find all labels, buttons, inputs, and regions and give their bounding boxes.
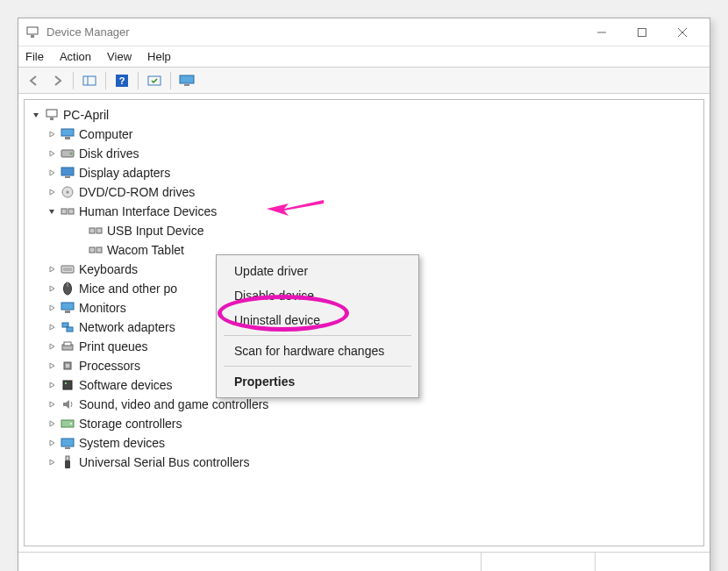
tree-category-label: Sound, video and game controllers <box>79 397 268 411</box>
tree-category-label: System devices <box>79 436 165 450</box>
tree-category[interactable]: Disk drives <box>25 144 703 163</box>
back-button[interactable] <box>24 70 45 91</box>
expander-icon[interactable] <box>46 186 58 198</box>
tree-category[interactable]: Human Interface Devices <box>25 202 703 221</box>
tree-category-label: Keyboards <box>79 262 138 276</box>
svg-rect-47 <box>65 447 70 449</box>
expander-icon[interactable] <box>46 379 58 391</box>
expander-icon[interactable] <box>46 128 58 140</box>
expander-icon[interactable] <box>46 360 58 372</box>
expander-icon[interactable] <box>46 321 58 333</box>
expander-icon[interactable] <box>46 437 58 449</box>
menu-help[interactable]: Help <box>147 50 171 63</box>
svg-text:?: ? <box>119 75 125 86</box>
sound-icon <box>60 397 75 411</box>
toolbar-separator <box>138 72 139 89</box>
svg-rect-12 <box>184 84 189 86</box>
tree-category[interactable]: Computer <box>25 125 703 144</box>
svg-rect-0 <box>27 27 38 34</box>
svg-rect-29 <box>61 266 74 273</box>
device-manager-window: Device Manager File Action View Help <box>18 18 710 571</box>
expander-icon[interactable] <box>46 418 58 430</box>
context-menu: Update driver Disable device Uninstall d… <box>216 254 419 398</box>
tree-category[interactable]: DVD/CD-ROM drives <box>25 182 703 202</box>
close-button[interactable] <box>662 19 703 46</box>
context-update-driver[interactable]: Update driver <box>217 259 418 283</box>
tree-category-label: Network adapters <box>79 320 175 334</box>
toolbar: ? <box>18 68 710 94</box>
titlebar: Device Manager <box>18 18 710 46</box>
expander-icon[interactable] <box>46 340 58 353</box>
svg-rect-23 <box>61 209 67 214</box>
expander-icon[interactable] <box>46 205 58 218</box>
tree-category-label: Display adapters <box>79 166 170 180</box>
device-tree[interactable]: PC-April ComputerDisk drivesDisplay adap… <box>24 99 704 546</box>
tree-category[interactable]: Universal Serial Bus controllers <box>25 453 703 472</box>
expander-icon[interactable] <box>46 302 58 314</box>
svg-rect-19 <box>61 168 74 175</box>
svg-rect-37 <box>67 327 73 332</box>
context-disable-device[interactable]: Disable device <box>217 283 418 308</box>
network-icon <box>60 320 75 334</box>
cpu-icon <box>60 359 75 373</box>
expander-icon[interactable] <box>46 147 58 160</box>
tree-category-label: Disk drives <box>79 146 139 161</box>
svg-rect-39 <box>64 342 71 346</box>
expander-placeholder <box>74 244 86 256</box>
scan-hardware-button[interactable] <box>144 70 165 91</box>
keyboard-icon <box>60 262 75 276</box>
svg-rect-48 <box>66 456 69 460</box>
tree-category-label: Monitors <box>79 301 126 315</box>
menu-view[interactable]: View <box>107 50 132 63</box>
menubar: File Action View Help <box>18 46 710 68</box>
svg-rect-28 <box>96 247 102 253</box>
svg-rect-46 <box>61 439 74 446</box>
forward-button[interactable] <box>46 70 68 91</box>
tree-root[interactable]: PC-April <box>25 105 703 125</box>
svg-rect-1 <box>31 35 34 38</box>
svg-rect-35 <box>65 310 70 313</box>
svg-rect-42 <box>63 381 72 389</box>
storage-icon <box>60 417 75 431</box>
show-hide-console-button[interactable] <box>79 70 100 91</box>
expander-icon[interactable] <box>46 398 58 410</box>
expander-icon[interactable] <box>46 167 58 179</box>
usb-icon <box>60 455 75 469</box>
minimize-button[interactable] <box>582 19 622 46</box>
hid-icon <box>88 243 103 257</box>
tree-category[interactable]: System devices <box>25 433 703 453</box>
svg-rect-6 <box>83 76 96 85</box>
expander-icon[interactable] <box>46 456 58 468</box>
expander-icon[interactable] <box>46 282 58 295</box>
hid-icon <box>88 224 103 238</box>
maximize-button[interactable] <box>622 19 662 46</box>
expander-placeholder <box>74 225 86 237</box>
expander-icon[interactable] <box>30 109 42 121</box>
printer-icon <box>60 339 75 353</box>
context-scan-hardware[interactable]: Scan for hardware changes <box>217 339 418 363</box>
context-uninstall-device[interactable]: Uninstall device <box>217 308 418 332</box>
window-title: Device Manager <box>46 25 582 39</box>
menu-action[interactable]: Action <box>60 50 91 63</box>
svg-rect-41 <box>66 364 69 368</box>
help-button[interactable]: ? <box>111 70 132 91</box>
mouse-icon <box>60 282 75 296</box>
svg-rect-24 <box>68 209 74 214</box>
monitor-button[interactable] <box>176 70 197 91</box>
tree-category-label: Software devices <box>79 378 173 392</box>
software-icon <box>60 378 75 392</box>
svg-rect-11 <box>180 75 194 83</box>
menu-file[interactable]: File <box>25 50 44 63</box>
tree-device[interactable]: USB Input Device <box>25 221 703 240</box>
svg-point-22 <box>67 191 69 194</box>
context-separator <box>224 335 411 336</box>
tree-device-label: Wacom Tablet <box>107 243 184 257</box>
tree-category[interactable]: Display adapters <box>25 163 703 182</box>
context-properties[interactable]: Properties <box>217 369 418 394</box>
expander-icon[interactable] <box>46 263 58 275</box>
tree-category[interactable]: Storage controllers <box>25 414 703 433</box>
disk-icon <box>60 146 75 161</box>
context-separator <box>224 366 411 367</box>
hid-icon <box>60 204 75 218</box>
monitor-icon <box>60 127 75 141</box>
